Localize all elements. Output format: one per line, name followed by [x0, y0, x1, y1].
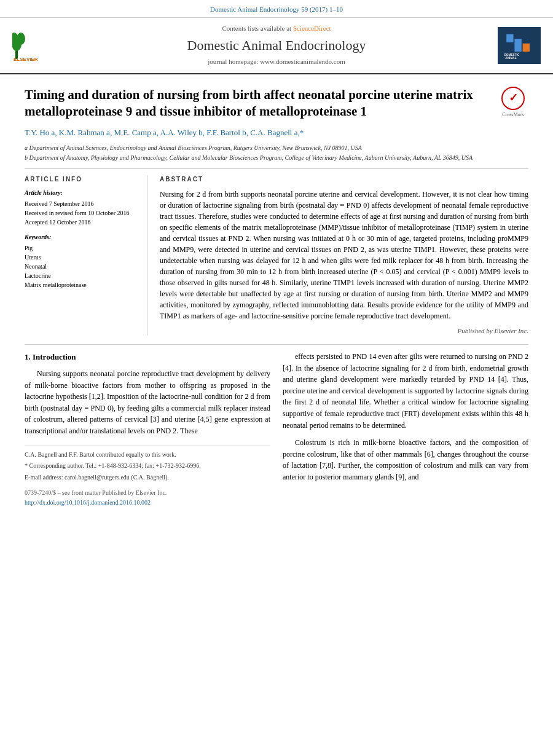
article-title: Timing and duration of nursing from birt… [25, 87, 498, 120]
intro-para-1: Nursing supports neonatal porcine reprod… [25, 368, 270, 437]
keyword-lactocrine: Lactocrine [25, 272, 138, 280]
intro-para-3: Colostrum is rich in milk-borne bioactiv… [283, 437, 528, 482]
journal-logo-image: DOMESTIC ANIMAL [498, 27, 541, 64]
article-title-section: Timing and duration of nursing from birt… [25, 87, 528, 120]
body-col-left: 1. Introduction Nursing supports neonata… [25, 351, 270, 507]
divider-2 [25, 344, 528, 345]
keyword-mmp: Matrix metalloproteinase [25, 281, 138, 289]
abstract-text: Nursing for 2 d from birth supports neon… [160, 189, 528, 321]
abstract-heading: ABSTRACT [160, 175, 528, 184]
published-by: Published by Elsevier Inc. [160, 326, 528, 336]
crossmark-icon: ✓ [501, 87, 525, 110]
doi-line: http://dx.doi.org/10.1016/j.domaniend.20… [25, 498, 270, 508]
keyword-uterus: Uterus [25, 253, 138, 262]
affiliation-b: b Department of Anatomy, Physiology and … [25, 154, 528, 162]
body-col-right: effects persisted to PND 14 even after g… [283, 351, 528, 507]
affiliations: a Department of Animal Sciences, Endocri… [25, 144, 528, 162]
journal-title: Domestic Animal Endocrinology [61, 36, 492, 55]
date-received: Received 7 September 2016 [25, 200, 138, 208]
keyword-pig: Pig [25, 244, 138, 253]
body-content: 1. Introduction Nursing supports neonata… [25, 351, 528, 507]
issn-line: 0739-7240/$ – see front matter Published… [25, 488, 270, 498]
article-info-heading: ARTICLE INFO [25, 175, 138, 184]
abstract-column: ABSTRACT Nursing for 2 d from birth supp… [160, 175, 528, 336]
journal-reference-link[interactable]: Domestic Animal Endocrinology 59 (2017) … [210, 6, 343, 13]
doi-link[interactable]: http://dx.doi.org/10.1016/j.domaniend.20… [25, 499, 151, 506]
date-accepted: Accepted 12 October 2016 [25, 218, 138, 227]
journal-reference-bar: Domestic Animal Endocrinology 59 (2017) … [0, 0, 553, 18]
crossmark-label: CrossMark [502, 111, 524, 118]
article-history-label: Article history: [25, 189, 138, 197]
svg-text:ELSEVIER: ELSEVIER [14, 57, 38, 62]
journal-homepage: journal homepage: www.domesticanimalendo… [61, 57, 492, 66]
footnote-corresponding: * Corresponding author. Tel.: +1-848-932… [25, 461, 270, 471]
authors-line: T.Y. Ho a, K.M. Rahman a, M.E. Camp a, A… [25, 127, 528, 138]
svg-rect-8 [523, 44, 530, 52]
footnotes-section: C.A. Bagnell and F.F. Bartol contributed… [25, 446, 270, 482]
footnote-email: E-mail address: carol.bagnell@rutgers.ed… [25, 473, 270, 482]
contents-line: Contents lists available at ScienceDirec… [61, 24, 492, 33]
article-dates: Received 7 September 2016 Received in re… [25, 200, 138, 227]
journal-header-center: Contents lists available at ScienceDirec… [61, 24, 492, 67]
affiliation-a: a Department of Animal Sciences, Endocri… [25, 144, 528, 152]
svg-text:ANIMAL: ANIMAL [505, 57, 516, 60]
footnote-equal: C.A. Bagnell and F.F. Bartol contributed… [25, 450, 270, 460]
body-two-col: 1. Introduction Nursing supports neonata… [25, 351, 528, 507]
elsevier-logo: ELSEVIER [12, 25, 61, 65]
journal-logo-box: DOMESTIC ANIMAL [492, 27, 541, 64]
svg-rect-6 [506, 34, 513, 42]
intro-para-2: effects persisted to PND 14 even after g… [283, 351, 528, 431]
keywords-section: Keywords: Pig Uterus Neonatal Lactocrine… [25, 233, 138, 289]
intro-heading: 1. Introduction [25, 351, 270, 363]
article-info-column: ARTICLE INFO Article history: Received 7… [25, 175, 147, 336]
bottom-info: 0739-7240/$ – see front matter Published… [25, 488, 270, 507]
svg-rect-7 [514, 39, 521, 52]
journal-header: ELSEVIER Contents lists available at Sci… [0, 18, 553, 74]
keyword-neonatal: Neonatal [25, 262, 138, 271]
article-info-abstract: ARTICLE INFO Article history: Received 7… [25, 175, 528, 336]
date-revised: Received in revised form 10 October 2016 [25, 209, 138, 218]
keywords-label: Keywords: [25, 233, 138, 242]
crossmark[interactable]: ✓ CrossMark [498, 87, 528, 118]
sciencedirect-link[interactable]: ScienceDirect [293, 25, 331, 32]
article-content: Timing and duration of nursing from birt… [0, 74, 553, 519]
divider-1 [25, 168, 528, 169]
